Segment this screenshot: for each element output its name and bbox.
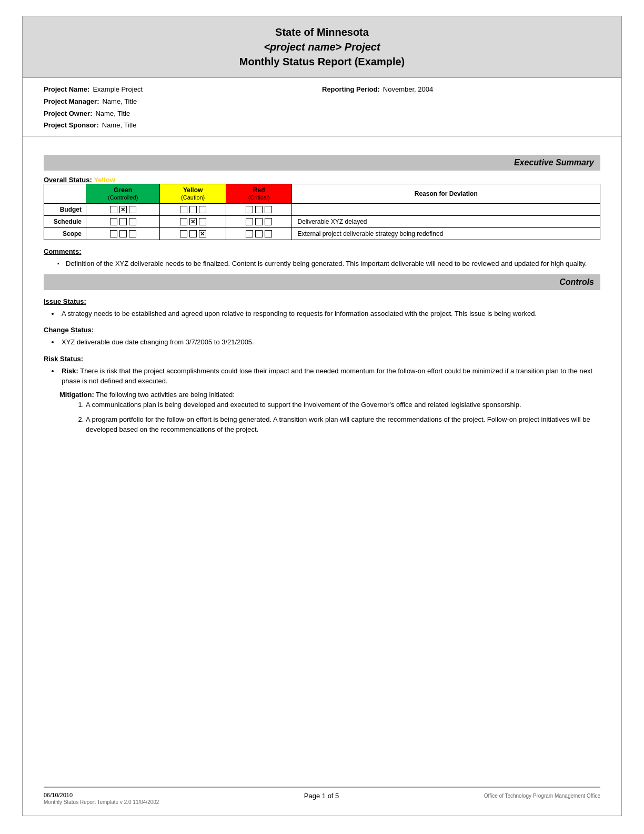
budget-label: Budget [44,204,86,216]
budget-green-cb1 [110,206,117,213]
budget-red-cb3 [265,206,272,213]
change-item-1: XYZ deliverable due date changing from 3… [59,337,600,348]
issue-item-1: A strategy needs to be established and a… [59,309,600,319]
schedule-red-cb2 [255,218,263,225]
table-row-scope: Scope [44,228,600,240]
risk-list: Risk: There is risk that the project acc… [59,366,600,386]
budget-yellow-checks [160,204,226,216]
footer-office: Office of Technology Program Management … [484,793,600,799]
reporting-period-value: November, 2004 [383,84,433,95]
mitigation-intro: The following two activities are being i… [96,391,235,399]
budget-yellow-cb1 [180,206,187,213]
project-sponsor-row: Project Sponsor: Name, Title [44,120,322,131]
project-owner-row: Project Owner: Name, Title [44,108,322,120]
risk-bold-label: Risk: [62,367,78,375]
schedule-green-cb2 [119,218,127,225]
controls-label: Controls [559,277,594,286]
scope-label: Scope [44,228,86,240]
footer-left: 06/10/2010 Monthly Status Report Templat… [44,792,159,805]
project-owner-value: Name, Title [95,108,130,120]
header-line3: Monthly Status Report (Example) [239,56,405,67]
project-info: Project Name: Example Project Reporting … [23,78,621,137]
project-manager-value: Name, Title [102,96,137,107]
scope-green-checks [86,228,160,240]
project-sponsor-label: Project Sponsor: [44,120,99,131]
scope-red-cb1 [246,230,253,237]
footer-template: Monthly Status Report Template v 2.0 11/… [44,799,159,805]
schedule-red-cb1 [246,218,253,225]
header-line2: <project name> Project [264,41,380,53]
scope-yellow-cb3 [199,230,206,237]
project-name-value: Example Project [93,84,143,95]
budget-red-checks [226,204,292,216]
issue-status-label: Issue Status: [44,297,600,305]
schedule-yellow-checks [160,216,226,228]
reporting-period-row: Reporting Period: November, 2004 [322,84,600,95]
footer-page: Page 1 of 5 [304,792,339,800]
budget-green-cb2 [119,206,127,213]
schedule-yellow-cb1 [180,218,187,225]
mitigation-list: A communications plan is being developed… [86,400,600,435]
budget-red-cb1 [246,206,253,213]
project-name-row: Project Name: Example Project [44,84,322,95]
scope-red-checks [226,228,292,240]
controls-banner: Controls [44,274,600,290]
executive-summary-banner: Executive Summary [44,155,600,171]
change-status-list: XYZ deliverable due date changing from 3… [59,337,600,348]
reason-for-deviation-header: Reason for Deviation [292,184,600,204]
overall-status-value: Yellow [94,176,115,184]
budget-green-cb3 [129,206,136,213]
reporting-period-label: Reporting Period: [322,84,380,95]
overall-status-label: Overall Status: [44,176,92,184]
header-red: Red (Critical) [226,184,292,204]
page-footer: 06/10/2010 Monthly Status Report Templat… [44,787,600,816]
comment-item-1: Definition of the XYZ deliverable needs … [59,259,600,269]
scope-reason: External project deliverable strategy be… [292,228,600,240]
mitigation-item-1: A communications plan is being developed… [86,400,600,410]
scope-red-cb2 [255,230,263,237]
project-owner-label: Project Owner: [44,108,92,120]
mitigation-item-2: A program portfolio for the follow-on ef… [86,414,600,435]
scope-yellow-cb1 [180,230,187,237]
scope-red-cb3 [265,230,272,237]
scope-green-cb2 [119,230,127,237]
schedule-green-checks [86,216,160,228]
risk-text: There is risk that the project accomplis… [62,367,592,385]
header-line1: State of Minnesota [275,26,369,38]
scope-green-cb3 [129,230,136,237]
budget-reason [292,204,600,216]
scope-green-cb1 [110,230,117,237]
scope-yellow-checks [160,228,226,240]
schedule-green-cb3 [129,218,136,225]
schedule-yellow-cb2 [189,218,197,225]
budget-green-checks [86,204,160,216]
report-header: State of Minnesota <project name> Projec… [23,16,621,78]
schedule-yellow-cb3 [199,218,206,225]
comments-label: Comments: [44,247,600,255]
schedule-green-cb1 [110,218,117,225]
overall-status-row: Overall Status: Yellow [44,176,600,184]
header-green: Green (Controlled) [86,184,160,204]
risk-status-label: Risk Status: [44,355,600,363]
schedule-red-cb3 [265,218,272,225]
page: State of Minnesota <project name> Projec… [22,16,622,816]
project-name-label: Project Name: [44,84,89,95]
change-status-label: Change Status: [44,326,600,334]
comments-list: Definition of the XYZ deliverable needs … [59,259,600,269]
executive-summary-label: Executive Summary [514,158,594,167]
footer-right: Office of Technology Program Management … [484,792,600,799]
footer-date: 06/10/2010 [44,792,159,798]
budget-yellow-cb2 [189,206,197,213]
table-row-budget: Budget [44,204,600,216]
mitigation-label: Mitigation: [59,391,94,399]
budget-yellow-cb3 [199,206,206,213]
project-manager-label: Project Manager: [44,96,99,107]
budget-red-cb2 [255,206,263,213]
issue-status-list: A strategy needs to be established and a… [59,309,600,319]
scope-yellow-cb2 [189,230,197,237]
content-area: Executive Summary Overall Status: Yellow… [23,137,621,776]
schedule-red-checks [226,216,292,228]
table-row-schedule: Schedule [44,216,600,228]
project-manager-row: Project Manager: Name, Title [44,96,322,107]
mitigation-section: Mitigation: The following two activities… [59,390,600,435]
